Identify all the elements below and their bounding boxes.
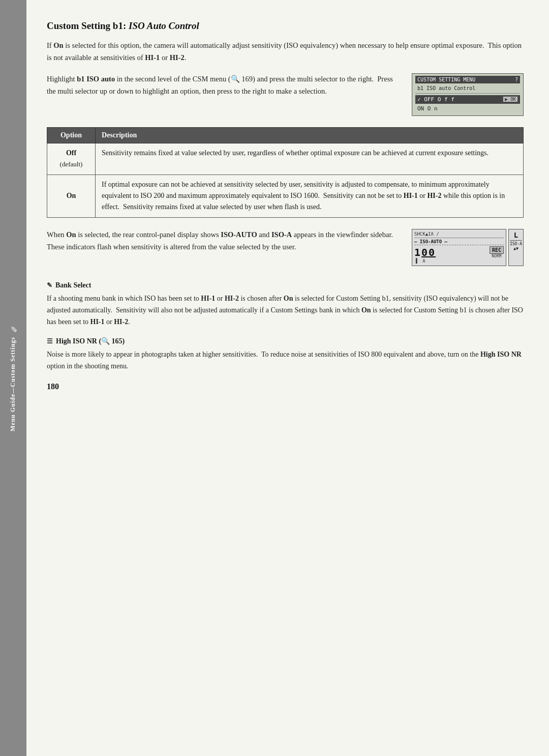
page-title-text: Custom Setting b1: <box>47 20 129 31</box>
note-high-iso-label: High ISO NR (🔍 165) <box>56 337 125 345</box>
note-high-iso-title: ☰ High ISO NR (🔍 165) <box>47 337 524 345</box>
cp-rec: REC <box>490 246 504 254</box>
lcd-help-icon: ? <box>515 77 518 82</box>
lcd-mockup: CUSTOM SETTING MENU ? b1 ISO auto Contro… <box>412 73 524 116</box>
page-title-italic: ISO Auto Control <box>129 20 199 31</box>
lcd-subtitle: b1 ISO auto Control <box>415 84 520 94</box>
page-number: 180 <box>47 382 524 391</box>
cp-sidebar-right: L ISO-A▲▼ <box>508 229 524 266</box>
notes-section: ✎ Bank Select If a shooting menu bank in… <box>47 281 524 372</box>
sidebar-label: Menu Guide—Custom Settings <box>9 337 17 431</box>
note-high-iso: ☰ High ISO NR (🔍 165) Noise is more like… <box>47 337 524 372</box>
table-cell-option-off: Off(default) <box>47 143 96 175</box>
intro-paragraph: If On is selected for this option, the c… <box>47 40 524 64</box>
cp-iso-a-side: ISO-A▲▼ <box>510 240 522 251</box>
lcd-title-row: CUSTOM SETTING MENU ? <box>415 76 520 83</box>
table-cell-desc-on: If optimal exposure can not be achieved … <box>96 175 524 217</box>
when-on-section: When On is selected, the rear control-pa… <box>47 229 524 266</box>
highlight-text: Highlight b1 ISO auto in the second leve… <box>47 73 400 98</box>
option-table: Option Description Off(default) Sensitiv… <box>47 127 524 218</box>
lcd-on-label: ON O n <box>417 105 438 112</box>
cp-row1: SHCK▲IA / <box>414 231 504 238</box>
sidebar-icon: ✎ <box>9 324 18 334</box>
lcd-ok-btn: ▶ OK <box>503 96 518 102</box>
cp-top-left: SHCK▲IA / <box>414 231 439 237</box>
note-high-iso-icon: ☰ <box>47 337 53 345</box>
lcd-on-row: ON O n <box>415 104 520 113</box>
cp-digits: 100 <box>414 246 436 258</box>
lcd-off-label: ✓ OFF O f f <box>417 96 454 103</box>
note-bank-select: ✎ Bank Select If a shooting menu bank in… <box>47 281 524 328</box>
table-header-option: Option <box>47 127 96 143</box>
table-row: On If optimal exposure can not be achiev… <box>47 175 524 217</box>
when-on-text: When On is selected, the rear control-pa… <box>47 229 400 253</box>
note-bank-select-title: ✎ Bank Select <box>47 281 524 289</box>
table-cell-option-on: On <box>47 175 96 217</box>
sidebar: ✎ Menu Guide—Custom Settings <box>0 0 26 756</box>
cp-norm: NORM <box>492 254 501 258</box>
note-bank-select-icon: ✎ <box>47 281 52 289</box>
table-cell-desc-off: Sensitivity remains fixed at value selec… <box>96 143 524 175</box>
lcd-menu-title: CUSTOM SETTING MENU <box>417 77 475 82</box>
highlight-section: Highlight b1 ISO auto in the second leve… <box>47 73 524 116</box>
note-bank-select-text: If a shooting menu bank in which ISO has… <box>47 293 524 328</box>
cp-l-label: L <box>514 231 518 239</box>
control-panel-mockup: SHCK▲IA / — ISO-AUTO — 100 REC NORM ▐ A … <box>412 229 524 266</box>
main-content: Custom Setting b1: ISO Auto Control If O… <box>26 0 549 756</box>
lcd-off-row: ✓ OFF O f f ▶ OK <box>415 95 520 104</box>
cp-main: SHCK▲IA / — ISO-AUTO — 100 REC NORM ▐ A <box>412 229 506 266</box>
cp-iso-a-label: ▐ A <box>414 258 504 264</box>
cp-iso-auto: — ISO-AUTO — <box>414 239 504 245</box>
note-high-iso-text: Noise is more likely to appear in photog… <box>47 348 524 372</box>
page-container: ✎ Menu Guide—Custom Settings Custom Sett… <box>0 0 549 756</box>
table-header-description: Description <box>96 127 524 143</box>
table-row: Off(default) Sensitivity remains fixed a… <box>47 143 524 175</box>
page-title: Custom Setting b1: ISO Auto Control <box>47 20 524 32</box>
note-bank-select-label: Bank Select <box>55 281 91 289</box>
